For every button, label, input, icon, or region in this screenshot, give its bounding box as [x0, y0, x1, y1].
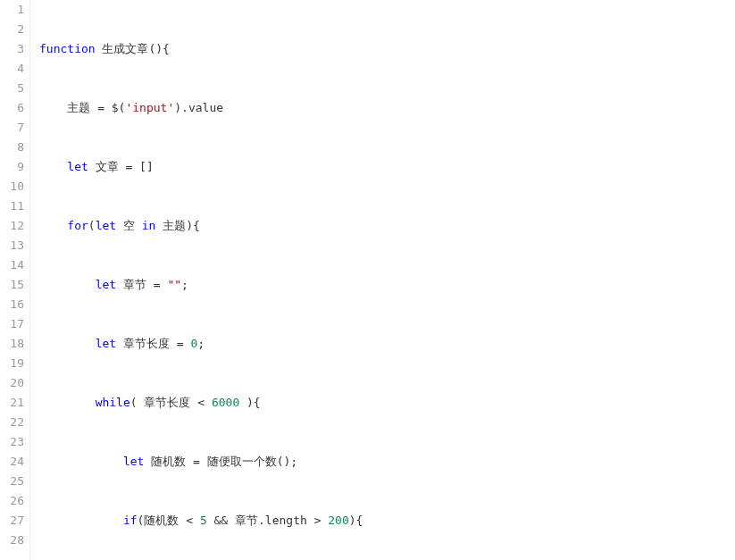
code-line: let 随机数 = 随便取一个数();	[39, 452, 456, 472]
code-line: let 章节 = "";	[39, 275, 456, 295]
code-line: function 生成文章(){	[39, 39, 456, 59]
line-number: 27	[0, 511, 24, 531]
code-line: if(随机数 < 5 && 章节.length > 200){	[39, 511, 456, 531]
line-number: 10	[0, 177, 24, 196]
code-line: let 文章 = []	[39, 157, 456, 177]
line-number: 12	[0, 216, 24, 236]
line-number: 13	[0, 236, 24, 255]
line-number: 19	[0, 354, 24, 373]
line-number: 7	[0, 118, 24, 138]
line-number: 28	[0, 531, 24, 550]
code-line: 主题 = $('input').value	[39, 98, 456, 118]
code-line: for(let 空 in 主题){	[39, 216, 456, 236]
line-number: 9	[0, 157, 24, 177]
line-number: 1	[0, 0, 24, 20]
line-number: 15	[0, 275, 24, 295]
line-number: 4	[0, 59, 24, 79]
line-number: 18	[0, 334, 24, 354]
line-number: 11	[0, 196, 24, 216]
line-number-gutter: 1 2 3 4 5 6 7 8 9 10 11 12 13 14 15 16 1…	[0, 0, 30, 560]
line-number: 21	[0, 393, 24, 413]
code-area[interactable]: function 生成文章(){ 主题 = $('input').value l…	[30, 0, 456, 560]
line-number: 23	[0, 432, 24, 452]
line-number: 14	[0, 255, 24, 275]
code-line: while( 章节长度 < 6000 ){	[39, 393, 456, 413]
line-number: 17	[0, 314, 24, 334]
code-editor: 1 2 3 4 5 6 7 8 9 10 11 12 13 14 15 16 1…	[0, 0, 735, 560]
line-number: 6	[0, 98, 24, 118]
line-number: 25	[0, 472, 24, 491]
line-number: 20	[0, 373, 24, 393]
line-number: 24	[0, 452, 24, 472]
line-number: 16	[0, 295, 24, 314]
line-number: 3	[0, 39, 24, 59]
line-number: 5	[0, 79, 24, 98]
line-number: 2	[0, 20, 24, 39]
line-number: 22	[0, 413, 24, 432]
code-line: let 章节长度 = 0;	[39, 334, 456, 354]
line-number: 26	[0, 491, 24, 511]
line-number: 8	[0, 138, 24, 157]
